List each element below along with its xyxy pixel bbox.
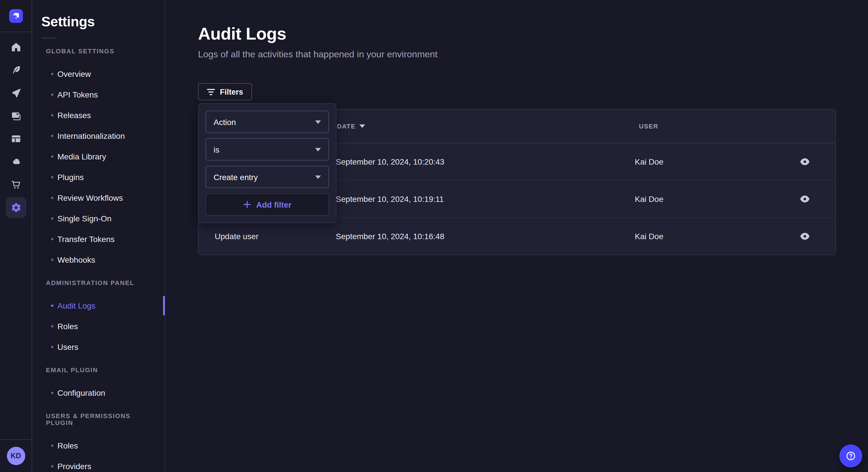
sidebar-title: Settings [41, 14, 165, 30]
content-manager-feather-icon[interactable] [5, 60, 26, 80]
column-header-user[interactable]: USER [639, 123, 804, 130]
sidebar-item-up-providers[interactable]: Providers [32, 456, 165, 472]
sidebar-divider [41, 38, 55, 38]
table-row: Update user September 10, 2024, 10:16:48… [198, 218, 835, 255]
section-list-users-permissions-plugin: Roles Providers [32, 435, 165, 472]
filter-field-select[interactable]: Action [206, 111, 329, 133]
eye-icon [800, 196, 809, 202]
page-title: Audit Logs [198, 24, 868, 43]
cell-date: September 10, 2024, 10:20:43 [336, 157, 635, 166]
marketplace-cart-icon[interactable] [5, 174, 26, 195]
view-details-button[interactable] [798, 231, 812, 242]
filter-value-select[interactable]: Create entry [206, 166, 329, 188]
filters-button[interactable]: Filters [198, 83, 252, 100]
chevron-down-icon [315, 120, 321, 124]
filter-popover: Action is Create entry Add filter [198, 103, 336, 223]
settings-gear-icon[interactable] [5, 197, 26, 218]
section-list-email-plugin: Configuration [32, 382, 165, 403]
filter-value-value: Create entry [214, 172, 258, 181]
chevron-down-icon [315, 148, 321, 151]
filter-operator-value: is [214, 145, 219, 154]
chevron-down-icon [315, 175, 321, 179]
add-filter-button[interactable]: Add filter [206, 193, 329, 216]
section-label-email-plugin: EMAIL PLUGIN [46, 367, 151, 373]
filter-operator-select[interactable]: is [206, 138, 329, 161]
cell-user: Kai Doe [635, 194, 798, 204]
cell-date: September 10, 2024, 10:19:11 [336, 194, 635, 204]
icon-rail: KD [0, 0, 32, 472]
strapi-logo-icon [11, 11, 21, 21]
section-label-global-settings: GLOBAL SETTINGS [46, 47, 151, 55]
filter-field-value: Action [214, 117, 236, 127]
sidebar-item-admin-users[interactable]: Users [32, 337, 165, 357]
question-mark-icon [844, 450, 857, 462]
media-library-icon[interactable] [5, 105, 26, 126]
section-list-administration-panel: Audit Logs Roles Users [32, 295, 165, 357]
column-header-date[interactable]: DATE [337, 123, 365, 130]
section-list-global-settings: Overview API Tokens Releases Internation… [32, 64, 165, 270]
sidebar-item-plugins[interactable]: Plugins [32, 167, 165, 188]
sidebar-item-single-sign-on[interactable]: Single Sign-On [32, 208, 165, 229]
sidebar-item-transfer-tokens[interactable]: Transfer Tokens [32, 229, 165, 249]
sidebar-item-webhooks[interactable]: Webhooks [32, 249, 165, 270]
layout-panel-icon[interactable] [5, 129, 26, 149]
plus-icon [243, 200, 252, 209]
cell-date: September 10, 2024, 10:16:48 [336, 232, 635, 241]
filters-button-label: Filters [220, 88, 243, 96]
section-label-users-permissions-plugin: USERS & PERMISSIONS PLUGIN [46, 412, 151, 426]
sidebar-item-internationalization[interactable]: Internationalization [32, 126, 165, 146]
help-button[interactable] [839, 444, 862, 467]
cell-action: Update user [198, 232, 336, 241]
view-details-button[interactable] [798, 193, 812, 205]
filter-icon [207, 88, 215, 96]
eye-icon [800, 158, 809, 165]
page-subtitle: Logs of all the activities that happened… [198, 49, 868, 60]
sidebar-item-up-roles[interactable]: Roles [32, 435, 165, 456]
cloud-icon[interactable] [5, 151, 26, 172]
strapi-logo[interactable] [9, 9, 23, 23]
sidebar-item-releases[interactable]: Releases [32, 105, 165, 126]
sidebar-item-audit-logs[interactable]: Audit Logs [32, 295, 165, 316]
main-content: Audit Logs Logs of all the activities th… [165, 0, 868, 472]
sidebar-item-overview[interactable]: Overview [32, 64, 165, 84]
cell-user: Kai Doe [635, 157, 798, 166]
sidebar-item-review-workflows[interactable]: Review Workflows [32, 188, 165, 208]
date-header-label: DATE [337, 123, 355, 130]
sidebar-item-media-library[interactable]: Media Library [32, 146, 165, 167]
sidebar-item-api-tokens[interactable]: API Tokens [32, 84, 165, 105]
sidebar-item-admin-roles[interactable]: Roles [32, 316, 165, 337]
rail-nav [5, 32, 26, 218]
cell-user: Kai Doe [635, 232, 798, 241]
view-details-button[interactable] [798, 156, 812, 167]
add-filter-label: Add filter [256, 200, 291, 209]
rail-footer: KD [0, 439, 32, 472]
sidebar-item-email-configuration[interactable]: Configuration [32, 382, 165, 403]
section-label-administration-panel: ADMINISTRATION PANEL [46, 279, 151, 286]
app-window: KD Settings GLOBAL SETTINGS Overview API… [0, 0, 868, 472]
sort-descending-icon [360, 125, 365, 128]
settings-sidebar: Settings GLOBAL SETTINGS Overview API To… [32, 0, 165, 472]
user-avatar[interactable]: KD [7, 447, 25, 465]
send-plane-icon[interactable] [5, 82, 26, 103]
logo-cell [0, 0, 32, 32]
eye-icon [800, 233, 809, 240]
home-icon[interactable] [5, 37, 26, 57]
